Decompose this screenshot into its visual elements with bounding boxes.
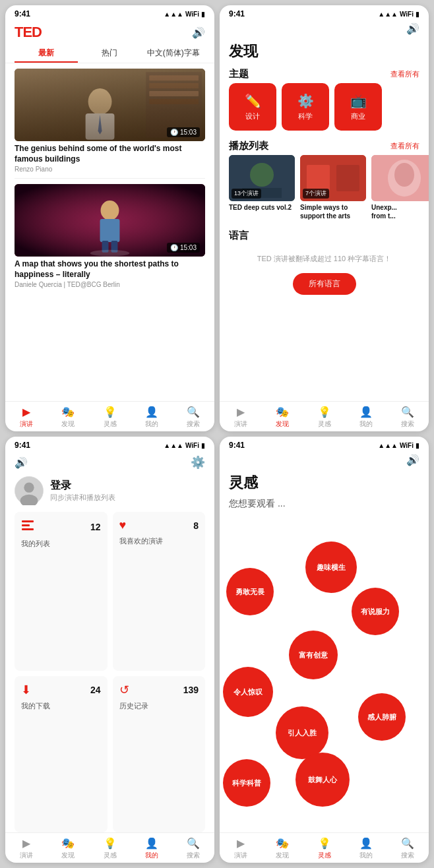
- screen-inspiration: 9:41 ▲▲▲ WiFi ▮ 🔊 灵感 您想要观看 ... 趣味横生 勇敢无畏…: [220, 437, 429, 863]
- nav-discover-3[interactable]: 🎭 发现: [47, 837, 88, 860]
- nav-search-1[interactable]: 🔍 搜索: [173, 406, 214, 429]
- bubble-brave[interactable]: 勇敢无畏: [226, 568, 274, 615]
- video-title-2: A map that shows you the shortest paths …: [15, 259, 205, 280]
- bottom-nav-4: ▶ 演讲 🎭 发现 💡 灵感 👤 我的 🔍 搜索: [220, 832, 429, 863]
- status-bar-3: 9:41 ▲▲▲ WiFi ▮: [5, 437, 214, 451]
- bubble-fun[interactable]: 趣味横生: [305, 542, 357, 593]
- stat-history-top: ↺ 139: [119, 683, 199, 697]
- bubble-touching[interactable]: 感人肺腑: [358, 693, 406, 741]
- profile-header: 🔊 ⚙️: [5, 451, 214, 472]
- svg-rect-13: [100, 219, 120, 242]
- nav-search-2[interactable]: 🔍 搜索: [387, 406, 429, 429]
- nav-talks-label-2: 演讲: [234, 419, 247, 429]
- nav-mine-2[interactable]: 👤 我的: [345, 406, 387, 429]
- bubble-engaging[interactable]: 引人入胜: [276, 706, 328, 759]
- bubble-inspiring[interactable]: 鼓舞人心: [295, 753, 350, 807]
- nav-discover-icon-4: 🎭: [276, 837, 289, 850]
- nav-mine-icon-1: 👤: [145, 406, 158, 418]
- bubble-creative[interactable]: 富有创意: [289, 631, 338, 679]
- tab-latest[interactable]: 最新: [15, 44, 78, 63]
- bubble-touching-label: 感人肺腑: [367, 712, 396, 722]
- nav-discover-label-4: 发现: [276, 851, 289, 860]
- playlists-label: 播放列表: [229, 140, 268, 152]
- lang-section-header: 语言: [220, 226, 429, 245]
- theme-science[interactable]: ⚙️ 科学: [282, 83, 329, 131]
- tab-subtitles[interactable]: 中文(简体)字幕: [142, 44, 205, 63]
- sound-icon-2[interactable]: 🔊: [406, 22, 419, 35]
- nav-inspire-icon-4: 💡: [318, 837, 331, 850]
- video-author-1: Renzo Piano: [15, 166, 205, 173]
- playlists-see-all[interactable]: 查看所有: [390, 141, 419, 151]
- nav-inspire-icon-3: 💡: [104, 837, 117, 850]
- stat-liked[interactable]: ♥ 8 我喜欢的演讲: [113, 512, 206, 671]
- themes-see-all[interactable]: 查看所有: [390, 69, 419, 79]
- svg-rect-4: [149, 83, 199, 88]
- nav-search-icon-3: 🔍: [187, 837, 200, 850]
- sound-icon-3[interactable]: 🔊: [15, 456, 28, 469]
- stat-history[interactable]: ↺ 139 历史记录: [113, 676, 206, 833]
- nav-discover-2[interactable]: 🎭 发现: [261, 406, 303, 429]
- nav-discover-1[interactable]: 🎭 发现: [47, 406, 88, 429]
- bubble-science[interactable]: 科学科普: [223, 759, 270, 807]
- nav-inspire-label-1: 灵感: [104, 419, 117, 429]
- nav-search-icon-2: 🔍: [401, 406, 414, 418]
- playlist-2[interactable]: 7个演讲 Simple ways to support the arts: [300, 155, 366, 220]
- nav-inspire-label-2: 灵感: [318, 419, 331, 429]
- screen-profile: 9:41 ▲▲▲ WiFi ▮ 🔊 ⚙️ 登录 同步演讲和播放列表: [5, 437, 214, 863]
- playlist-3[interactable]: Unexp...from t...: [371, 155, 429, 220]
- tab-trending[interactable]: 热门: [78, 44, 141, 63]
- svg-rect-6: [149, 99, 199, 104]
- nav-search-label-4: 搜索: [401, 851, 414, 860]
- nav-discover-4[interactable]: 🎭 发现: [261, 837, 303, 860]
- nav-search-3[interactable]: 🔍 搜索: [173, 837, 214, 860]
- nav-inspire-1[interactable]: 💡 灵感: [89, 406, 131, 429]
- nav-talks-4[interactable]: ▶ 演讲: [220, 837, 261, 860]
- playlist-title-1: TED deep cuts vol.2: [229, 203, 295, 212]
- nav-discover-icon-2: 🎭: [276, 406, 289, 418]
- duration-badge-2: 🕐 15:03: [167, 243, 200, 253]
- themes-header: 主题 查看所有: [220, 64, 429, 83]
- theme-business[interactable]: 📺 商业: [334, 83, 382, 131]
- playlist-thumb-1: 13个演讲: [229, 155, 295, 201]
- stat-grid: 12 我的列表 ♥ 8 我喜欢的演讲 ⬇ 24 我的下载 ↺ 139 历史记录: [5, 512, 214, 832]
- nav-inspire-3[interactable]: 💡 灵感: [89, 837, 131, 860]
- profile-top: 登录 同步演讲和播放列表: [5, 472, 214, 512]
- playlist-1[interactable]: 13个演讲 TED deep cuts vol.2: [229, 155, 295, 220]
- sound-icon-1[interactable]: 🔊: [192, 26, 205, 39]
- nav-mine-3[interactable]: 👤 我的: [131, 837, 172, 860]
- stat-list[interactable]: 12 我的列表: [15, 512, 108, 671]
- video-thumb-1: 🕐 15:03: [15, 69, 205, 141]
- video-card-1[interactable]: 🕐 15:03 The genius behind some of the wo…: [15, 69, 205, 174]
- lang-section: TED 演讲被翻译成超过 110 种字幕语言！ 所有语言: [220, 245, 429, 303]
- nav-mine-1[interactable]: 👤 我的: [131, 406, 172, 429]
- sound-icon-4[interactable]: 🔊: [406, 454, 419, 466]
- nav-inspire-2[interactable]: 💡 灵感: [303, 406, 345, 429]
- nav-discover-icon-3: 🎭: [61, 837, 75, 850]
- tab-bar: 最新 热门 中文(简体)字幕: [5, 44, 214, 63]
- bubble-amazing[interactable]: 令人惊叹: [223, 667, 273, 717]
- nav-mine-4[interactable]: 👤 我的: [345, 837, 387, 860]
- video-info-2: A map that shows you the shortest paths …: [15, 257, 205, 290]
- nav-talks-1[interactable]: ▶ 演讲: [5, 406, 47, 429]
- bubble-persuasive[interactable]: 有说服力: [352, 588, 399, 635]
- download-icon: ⬇: [21, 683, 31, 697]
- settings-icon[interactable]: ⚙️: [191, 455, 205, 470]
- nav-talks-icon-1: ▶: [22, 406, 30, 418]
- nav-talks-label-3: 演讲: [20, 851, 33, 860]
- wifi-icon-3: WiFi: [185, 442, 199, 449]
- stat-download[interactable]: ⬇ 24 我的下载: [15, 676, 108, 833]
- nav-inspire-4[interactable]: 💡 灵感: [303, 837, 345, 860]
- video-card-2[interactable]: 🕐 15:03 A map that shows you the shortes…: [15, 184, 205, 290]
- nav-talks-3[interactable]: ▶ 演讲: [5, 837, 47, 860]
- history-icon: ↺: [119, 683, 129, 697]
- nav-search-4[interactable]: 🔍 搜索: [387, 837, 429, 860]
- themes-label: 主题: [229, 68, 249, 80]
- nav-talks-2[interactable]: ▶ 演讲: [220, 406, 261, 429]
- theme-design-label: 设计: [245, 111, 260, 121]
- history-count: 139: [183, 685, 199, 695]
- inspiration-title: 灵感: [229, 474, 258, 491]
- playlists-header: 播放列表 查看所有: [220, 136, 429, 155]
- sync-label: 同步演讲和播放列表: [50, 493, 115, 503]
- theme-design[interactable]: ✏️ 设计: [229, 83, 276, 131]
- lang-button[interactable]: 所有语言: [293, 273, 356, 295]
